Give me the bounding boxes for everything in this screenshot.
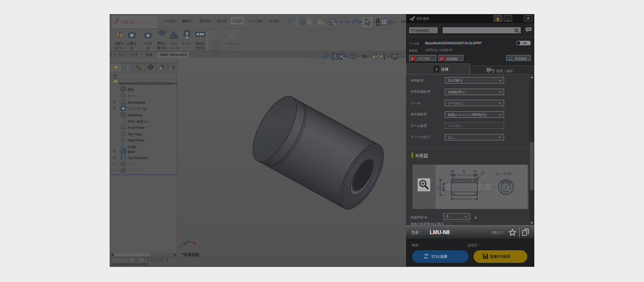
svg-text:(r): (r) xyxy=(481,171,485,175)
svg-text:P: P xyxy=(412,57,414,60)
svg-text:P: P xyxy=(441,57,443,60)
svg-text:BaseModel20200610100724 (Defau: BaseModel20200610100724 (Default<< xyxy=(119,82,177,86)
svg-text:Base: Base xyxy=(128,150,135,154)
svg-text:W: W xyxy=(451,170,454,173)
svg-text:Z: Z xyxy=(179,244,181,248)
svg-text:Equations: Equations xyxy=(128,113,143,117)
svg-text:Cut-Revolve1: Cut-Revolve1 xyxy=(128,156,148,160)
svg-text:Top Plane: Top Plane xyxy=(128,132,142,136)
svg-text:Σ: Σ xyxy=(122,113,124,117)
svg-text:Right Plane: Right Plane xyxy=(128,138,145,143)
svg-text:W: W xyxy=(473,170,477,173)
svg-text:X: X xyxy=(199,244,202,248)
svg-text:TolAnalyst: TolAnalyst xyxy=(224,42,239,46)
svg-text:(シール付): (シール付) xyxy=(496,172,512,176)
svg-text:LMU-MX: LMU-MX xyxy=(128,169,141,172)
svg-text:Y: Y xyxy=(188,229,191,233)
svg-text:D₁: D₁ xyxy=(441,187,444,190)
svg-text:LMUT: LMUT xyxy=(128,163,137,166)
svg-text:D: D xyxy=(437,186,440,189)
svg-text:A: A xyxy=(122,100,125,105)
svg-text:Origin: Origin xyxy=(128,145,137,149)
svg-text:L: L xyxy=(463,197,465,200)
svg-text:Front Plane: Front Plane xyxy=(128,126,145,129)
svg-text:B: B xyxy=(463,170,465,173)
svg-text:Annotations: Annotations xyxy=(128,101,145,104)
